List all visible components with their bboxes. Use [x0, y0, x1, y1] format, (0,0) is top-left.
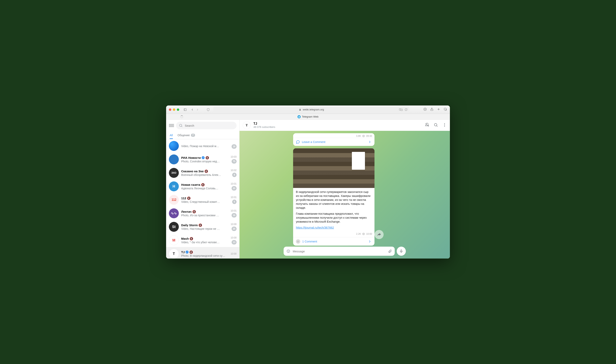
search-icon: [179, 124, 183, 128]
messages-area[interactable]: link 3.8K 09:43 Leave a Comment: [240, 131, 450, 247]
tabs-overview-icon[interactable]: [444, 107, 447, 112]
mute-icon[interactable]: [425, 123, 429, 128]
forward-button[interactable]: [374, 230, 383, 239]
chat-preview: Адвоката Леонида Соловь…: [181, 187, 228, 190]
chat-avatar: [169, 141, 179, 151]
comment-label: Leave a Comment: [302, 140, 325, 144]
message-previous[interactable]: link 3.8K 09:43 Leave a Comment: [293, 133, 374, 146]
chat-avatar: T: [169, 249, 179, 259]
minimize-window-button[interactable]: [173, 108, 175, 111]
fullscreen-window-button[interactable]: [177, 108, 179, 111]
search-field[interactable]: [176, 122, 237, 129]
attach-icon[interactable]: [388, 249, 392, 253]
folder-communication[interactable]: Общение 7: [178, 134, 195, 137]
chat-avatar: ∿∿: [169, 208, 179, 218]
close-window-button[interactable]: [169, 108, 171, 111]
more-icon[interactable]: [442, 123, 447, 128]
chat-preview: Photo, Из-за приостановки …: [181, 214, 228, 217]
back-button[interactable]: [190, 108, 194, 112]
tab-title[interactable]: Telegram Web: [302, 115, 318, 118]
chat-name: Новая газета 🔇: [181, 183, 228, 187]
chevron-right-icon: [368, 140, 372, 144]
chat-name: Сказано на Эхе 🔇: [181, 169, 228, 173]
chat-list-item[interactable]: РИА Новости 🔇 Photo, Covindex вторую нед…: [166, 153, 239, 166]
svg-point-15: [444, 125, 445, 125]
chat-preview: Video, Следственный комит…: [181, 200, 228, 203]
composer: [240, 247, 450, 259]
unread-badge: 8: [232, 173, 237, 177]
prev-time: 09:43: [366, 134, 372, 138]
chat-preview: Video, "-За что убил челове…: [181, 241, 228, 244]
chat-list-item[interactable]: Video, Пожар на Невской м… 18: [166, 139, 239, 153]
comment-icon: [296, 140, 300, 144]
leave-comment-button[interactable]: Leave a Comment: [293, 138, 374, 146]
chevron-right-icon: [368, 239, 372, 244]
svg-line-11: [182, 126, 182, 127]
unread-badge: 75: [232, 159, 237, 164]
muted-icon: 🔇: [198, 223, 202, 227]
lock-icon: [299, 108, 301, 111]
message-photo[interactable]: [293, 148, 374, 188]
chat-list-item[interactable]: T TJ 🔇 Photo, В нидерландской сети су… 1…: [166, 247, 239, 259]
svg-rect-8: [444, 108, 446, 110]
message-paragraph: Глава компании-поставщика предположил, ч…: [296, 212, 372, 224]
downloads-icon[interactable]: [423, 107, 427, 112]
search-input[interactable]: [185, 124, 234, 127]
address-bar[interactable]: webk.telegram.org: [213, 107, 410, 112]
verified-icon: [186, 251, 189, 254]
voice-message-button[interactable]: [397, 247, 406, 256]
chat-header[interactable]: T TJ 48 076 subscribers: [240, 120, 450, 131]
folder-all[interactable]: All: [170, 134, 173, 139]
new-tab-icon[interactable]: [437, 107, 440, 112]
unread-badge: 13: [232, 240, 237, 245]
svg-rect-3: [401, 109, 402, 111]
browser-window: webk.telegram.org Telegram Web: [166, 105, 450, 259]
translate-icon[interactable]: [399, 108, 403, 111]
privacy-shield-icon[interactable]: [206, 108, 210, 112]
message-input[interactable]: [293, 250, 386, 253]
chat-avatar: M: [169, 235, 179, 245]
message-current[interactable]: В нидерландской сети супермаркетов закон…: [293, 148, 374, 246]
reload-icon[interactable]: [405, 108, 407, 111]
svg-line-13: [437, 126, 438, 127]
svg-point-19: [287, 250, 290, 253]
sidebar-toggle-icon[interactable]: [183, 108, 187, 112]
chat-time: 10:00: [231, 252, 237, 255]
chat-list[interactable]: Video, Пожар на Невской м… 18 РИА Новост…: [166, 139, 239, 259]
muted-icon: 🔇: [205, 169, 208, 173]
eye-icon: [362, 233, 365, 235]
forward-button[interactable]: [195, 108, 199, 112]
folder-label: All: [170, 134, 173, 137]
muted-icon: 🔇: [187, 196, 191, 200]
svg-rect-2: [399, 108, 401, 110]
chat-avatar: 112: [169, 195, 179, 205]
message-link[interactable]: https://tjournal.ru/tech/367662: [296, 226, 334, 229]
muted-icon: 🔇: [205, 156, 209, 160]
browser-tab-strip: Telegram Web: [166, 114, 450, 120]
chat-preview: Photo, Covindex вторую нед…: [181, 160, 228, 163]
folder-tabs: All Общение 7: [166, 131, 239, 139]
chat-list-item[interactable]: St Daily Storm 🔇 Video, Настоящие герои …: [166, 220, 239, 234]
chat-list-item[interactable]: ∿∿ Лентач 🔇 Photo, Из-за приостановки … …: [166, 207, 239, 220]
chat-list-item[interactable]: M Mash 🔇 Video, "-За что убил челове… 10…: [166, 234, 239, 247]
chat-list-item[interactable]: 112 112 🔇 Video, Следственный комит… 10:…: [166, 193, 239, 207]
chat-list-item[interactable]: Н Новая газета 🔇 Адвоката Леонида Соловь…: [166, 180, 239, 193]
share-icon[interactable]: [430, 107, 434, 112]
menu-button[interactable]: [169, 123, 174, 128]
message-input-box[interactable]: [284, 247, 395, 256]
chat-preview: Photo, В нидерландской сети су…: [181, 254, 228, 257]
svg-rect-22: [401, 250, 402, 252]
svg-point-18: [363, 234, 364, 234]
view-comments-button[interactable]: ☺ 1 Comment: [293, 237, 374, 246]
chat-list-item[interactable]: ЭХО Сказано на Эхе 🔇 Военный обозревател…: [166, 166, 239, 180]
chat-time: 10:01: [231, 182, 237, 185]
chat-main: T TJ 48 076 subscribers link: [240, 120, 450, 259]
chat-time: 10:00: [231, 223, 237, 226]
folder-badge: 7: [191, 134, 195, 137]
search-in-chat-icon[interactable]: [434, 123, 438, 128]
svg-point-17: [363, 136, 364, 137]
emoji-icon[interactable]: [286, 249, 290, 253]
window-controls: [169, 108, 179, 111]
chat-avatar: [169, 155, 179, 164]
commenter-avatar: ☺: [296, 239, 300, 244]
